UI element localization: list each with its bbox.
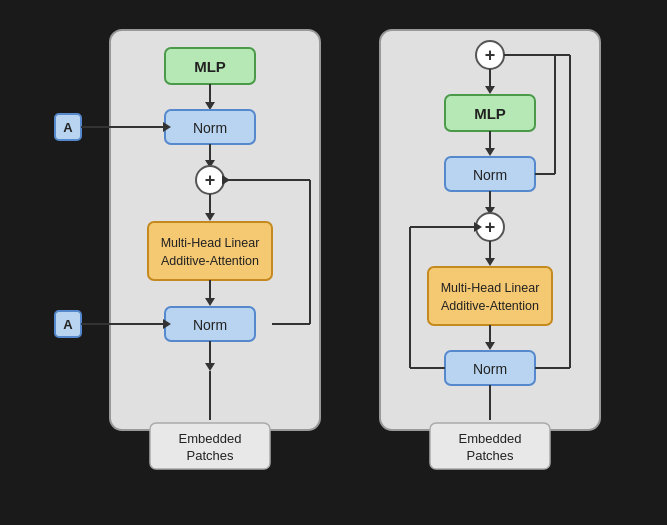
- right-norm-bottom-label: Norm: [473, 361, 507, 377]
- right-mlp-label: MLP: [474, 105, 506, 122]
- svg-text:Patches: Patches: [187, 448, 234, 463]
- right-block-label: Embedded: [459, 431, 522, 446]
- left-block-label: Embedded: [179, 431, 242, 446]
- svg-text:Multi-Head Linear: Multi-Head Linear: [161, 236, 260, 250]
- svg-rect-51: [428, 267, 552, 325]
- svg-text:Multi-Head Linear: Multi-Head Linear: [441, 281, 540, 295]
- svg-text:+: +: [485, 217, 496, 237]
- left-norm-bottom-label: Norm: [193, 317, 227, 333]
- svg-text:Additive-Attention: Additive-Attention: [161, 254, 259, 268]
- diagram-svg: MLP Norm + Multi-Head Linear Additive-At…: [0, 0, 667, 525]
- svg-text:+: +: [485, 45, 496, 65]
- left-mlp-label: MLP: [194, 58, 226, 75]
- svg-text:A: A: [63, 317, 73, 332]
- svg-text:A: A: [63, 120, 73, 135]
- left-norm-top-label: Norm: [193, 120, 227, 136]
- right-norm-top-label: Norm: [473, 167, 507, 183]
- svg-text:+: +: [205, 170, 216, 190]
- svg-text:Additive-Attention: Additive-Attention: [441, 299, 539, 313]
- svg-text:Patches: Patches: [467, 448, 514, 463]
- svg-rect-12: [148, 222, 272, 280]
